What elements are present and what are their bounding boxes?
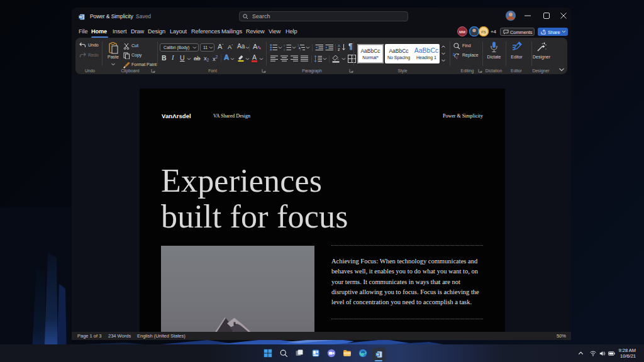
svg-text:Z: Z — [338, 48, 340, 52]
svg-text:1: 1 — [284, 44, 286, 47]
svg-text:W: W — [79, 15, 83, 19]
svg-text:A: A — [338, 44, 340, 48]
svg-text:FS: FS — [481, 30, 486, 34]
svg-text:c: c — [456, 55, 458, 60]
svg-text:i: i — [300, 48, 301, 51]
svg-text:MM: MM — [459, 30, 465, 34]
svg-text:2: 2 — [284, 48, 286, 51]
svg-text:W: W — [376, 353, 379, 356]
